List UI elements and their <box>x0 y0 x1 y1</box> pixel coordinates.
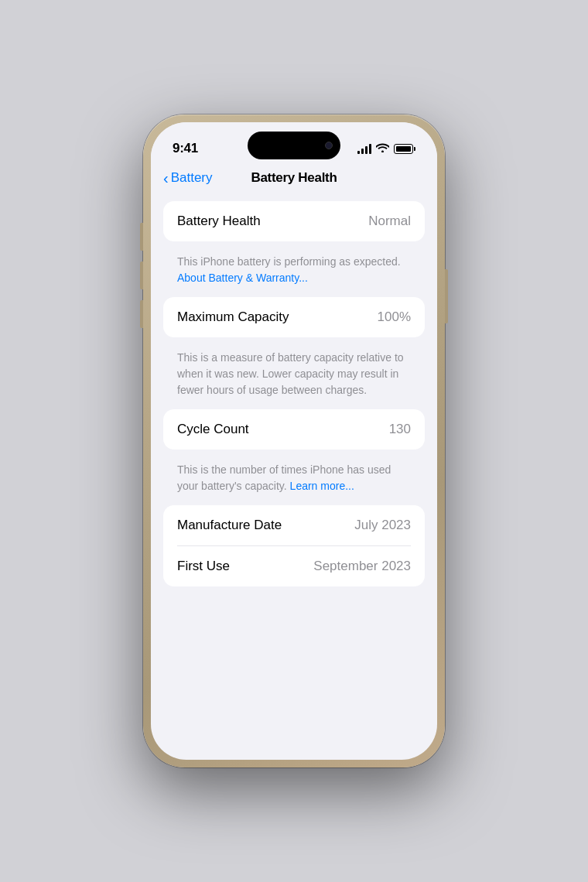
maximum-capacity-description: This is a measure of battery capacity re… <box>163 345 425 402</box>
signal-bar-1 <box>357 151 360 154</box>
cycle-count-card: Cycle Count 130 <box>163 409 425 450</box>
dates-card: Manufacture Date July 2023 First Use Sep… <box>163 505 425 586</box>
camera-dot <box>325 142 333 149</box>
page-title: Battery Health <box>251 170 337 186</box>
content-area: Battery Health Normal This iPhone batter… <box>151 195 437 593</box>
cycle-count-row: Cycle Count 130 <box>163 409 425 450</box>
maximum-capacity-label: Maximum Capacity <box>177 309 289 325</box>
nav-header: ‹ Battery Battery Health <box>151 164 437 195</box>
battery-health-description: This iPhone battery is performing as exp… <box>163 249 425 289</box>
first-use-label: First Use <box>177 559 230 574</box>
cycle-count-learn-more-link[interactable]: Learn more... <box>290 480 354 492</box>
manufacture-date-value: July 2023 <box>354 518 411 533</box>
phone-frame: 9:41 <box>143 115 445 767</box>
manufacture-date-label: Manufacture Date <box>177 518 282 533</box>
signal-bar-4 <box>369 144 371 154</box>
cycle-count-label: Cycle Count <box>177 422 249 437</box>
status-icons <box>357 142 415 155</box>
first-use-row: First Use September 2023 <box>163 546 425 586</box>
status-bar: 9:41 <box>151 122 437 164</box>
battery-body <box>394 144 413 154</box>
cycle-count-description: This is the number of times iPhone has u… <box>163 457 425 497</box>
battery-fill <box>396 146 411 152</box>
battery-warranty-link[interactable]: About Battery & Warranty... <box>177 272 308 284</box>
battery-health-row: Battery Health Normal <box>163 201 425 241</box>
first-use-value: September 2023 <box>313 559 411 574</box>
battery-status-icon <box>394 144 415 154</box>
signal-bar-2 <box>361 149 364 154</box>
back-label: Battery <box>171 170 213 186</box>
maximum-capacity-value: 100% <box>378 309 411 325</box>
cycle-count-value: 130 <box>389 422 411 437</box>
manufacture-date-row: Manufacture Date July 2023 <box>163 505 425 545</box>
chevron-left-icon: ‹ <box>163 170 169 186</box>
wifi-icon <box>376 142 389 155</box>
phone-screen: 9:41 <box>151 122 437 760</box>
signal-bars-icon <box>357 143 371 154</box>
battery-health-label: Battery Health <box>177 214 261 229</box>
dynamic-island <box>248 132 340 159</box>
battery-tip <box>414 147 415 151</box>
maximum-capacity-row: Maximum Capacity 100% <box>163 297 425 337</box>
status-time: 9:41 <box>173 141 198 156</box>
maximum-capacity-card: Maximum Capacity 100% <box>163 297 425 337</box>
battery-health-value: Normal <box>368 214 411 229</box>
signal-bar-3 <box>365 146 368 154</box>
battery-health-card: Battery Health Normal <box>163 201 425 241</box>
back-button[interactable]: ‹ Battery <box>163 170 213 186</box>
